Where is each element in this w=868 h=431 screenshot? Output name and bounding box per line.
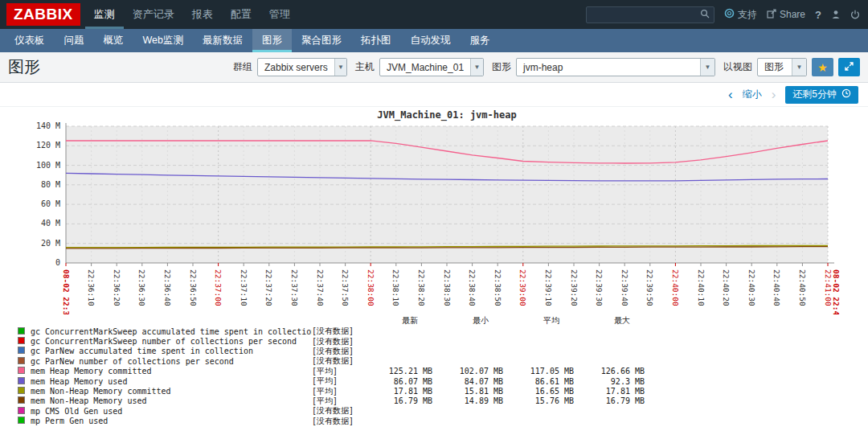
svg-text:22:40:00: 22:40:00 <box>671 269 680 306</box>
svg-text:22:40:20: 22:40:20 <box>722 269 731 306</box>
graph-select-value: jvm-heap <box>517 62 700 73</box>
zoom-out-link[interactable]: 缩小 <box>743 88 762 101</box>
legend-item-label: gc ConcurrentMarkSweep number of collect… <box>31 337 312 346</box>
jvm-heap-graph[interactable]: 020 M40 M60 M80 M100 M120 M140 M08-02 22… <box>8 109 857 314</box>
legend-item-label: gc ConcurrentMarkSweep accumulated time … <box>31 327 312 336</box>
legend-item-label: gc ParNew number of collections per seco… <box>31 357 312 366</box>
favourite-button[interactable]: ★ <box>812 58 833 76</box>
svg-text:22:39:10: 22:39:10 <box>544 269 553 306</box>
legend-column-header: 平均 <box>516 315 587 326</box>
graph-select[interactable]: jvm-heap ▼ <box>516 58 715 76</box>
chevron-down-icon: ▼ <box>334 59 346 76</box>
legend-item-label: mem Non-Heap Memory committed <box>31 387 312 396</box>
legend-color-swatch <box>18 347 25 354</box>
refresh-countdown-button[interactable]: 还剩5分钟 <box>785 86 858 104</box>
sub-nav-item[interactable]: 概览 <box>94 29 133 52</box>
legend-row: gc ParNew number of collections per seco… <box>18 356 860 366</box>
search-input[interactable] <box>587 9 700 20</box>
user-profile-icon[interactable] <box>831 10 841 19</box>
legend-color-swatch <box>18 387 25 394</box>
svg-text:80 M: 80 M <box>41 180 60 189</box>
legend-item-value: 15.81 MB <box>445 387 516 396</box>
svg-text:08-02 22:41: 08-02 22:41 <box>832 269 841 314</box>
sub-nav-item[interactable]: 问题 <box>55 29 94 52</box>
sub-nav-item[interactable]: 仪表板 <box>5 29 55 52</box>
legend-item-value: 16.79 MB <box>375 396 445 405</box>
sub-nav-item[interactable]: Web监测 <box>133 29 193 52</box>
filter-bar: 群组 Zabbix servers ▼ 主机 JVM_Machine_01 ▼ … <box>230 58 860 76</box>
main-nav-item[interactable]: 配置 <box>222 0 260 29</box>
chart-panel: 020 M40 M60 M80 M100 M120 M140 M08-02 22… <box>0 107 868 426</box>
graph-filter-label: 图形 <box>492 60 511 74</box>
main-nav-item[interactable]: 监测 <box>85 0 124 29</box>
svg-text:22:37:40: 22:37:40 <box>316 269 325 306</box>
star-icon: ★ <box>817 62 828 73</box>
legend-item-value: 102.07 MB <box>445 367 516 376</box>
legend-item-value: 16.65 MB <box>516 387 587 396</box>
svg-text:22:39:00: 22:39:00 <box>518 269 527 306</box>
sub-nav-item[interactable]: 聚合图形 <box>292 29 351 52</box>
sub-nav-item[interactable]: 拓扑图 <box>351 29 401 52</box>
svg-text:22:37:30: 22:37:30 <box>290 269 299 306</box>
svg-text:140 M: 140 M <box>36 121 60 130</box>
svg-text:22:38:40: 22:38:40 <box>468 269 477 306</box>
svg-text:100 M: 100 M <box>36 161 60 170</box>
main-nav: 监测资产记录报表配置管理 <box>85 0 299 29</box>
legend-item-label: mp Perm Gen used <box>31 417 312 425</box>
support-lifering-icon <box>724 8 735 21</box>
sub-nav-item[interactable]: 自动发现 <box>400 29 460 52</box>
share-link[interactable]: Share <box>767 9 805 21</box>
legend-row: mp CMS Old Gen used[没有数据] <box>18 406 860 416</box>
search-icon[interactable] <box>700 7 710 22</box>
sub-nav-item[interactable]: 最新数据 <box>193 29 252 52</box>
graph-legend: 最新最小平均最大gc ConcurrentMarkSweep accumulat… <box>18 315 860 426</box>
host-select[interactable]: JVM_Machine_01 ▼ <box>379 58 484 76</box>
legend-column-header: 最新 <box>375 315 445 326</box>
page-header: 图形 群组 Zabbix servers ▼ 主机 JVM_Machine_01… <box>0 52 868 83</box>
group-select-value: Zabbix servers <box>258 62 334 73</box>
legend-color-swatch <box>18 377 25 384</box>
main-nav-item[interactable]: 管理 <box>260 0 299 29</box>
fullscreen-button[interactable] <box>838 58 860 76</box>
top-right-tools: 支持 Share ? <box>586 6 860 23</box>
svg-text:22:39:40: 22:39:40 <box>620 269 629 306</box>
legend-color-swatch <box>18 417 25 424</box>
svg-text:22:38:30: 22:38:30 <box>443 269 452 306</box>
svg-text:22:36:40: 22:36:40 <box>163 269 172 306</box>
sub-nav-item[interactable]: 图形 <box>252 29 292 52</box>
zabbix-logo[interactable]: ZABBIX <box>6 3 80 26</box>
svg-text:22:40:10: 22:40:10 <box>697 269 706 306</box>
legend-item-value: 125.21 MB <box>375 367 445 376</box>
svg-text:22:37:50: 22:37:50 <box>341 269 350 306</box>
legend-color-swatch <box>18 327 25 335</box>
share-label: Share <box>780 9 805 20</box>
view-as-select[interactable]: 图形 ▼ <box>757 58 807 76</box>
legend-item-label: mem Heap Memory used <box>31 377 312 386</box>
signout-icon[interactable] <box>850 10 860 19</box>
svg-text:22:39:20: 22:39:20 <box>570 269 579 306</box>
top-bar: ZABBIX 监测资产记录报表配置管理 支持 Share ? <box>0 0 868 29</box>
legend-item-label: gc ParNew accumulated time spent in coll… <box>31 347 312 355</box>
legend-item-value: 86.07 MB <box>375 377 445 386</box>
svg-text:22:41:00: 22:41:00 <box>824 269 833 306</box>
share-icon <box>767 9 776 21</box>
legend-item-value: 16.79 MB <box>587 396 657 405</box>
time-back-arrow[interactable]: ‹ <box>728 88 733 101</box>
sub-nav-item[interactable]: 服务 <box>460 29 499 52</box>
svg-text:20 M: 20 M <box>41 239 60 248</box>
legend-item-value: 117.05 MB <box>516 367 587 376</box>
legend-color-swatch <box>18 407 25 414</box>
svg-text:0: 0 <box>55 258 60 267</box>
legend-color-swatch <box>18 396 25 404</box>
legend-item-value: 17.81 MB <box>375 387 445 396</box>
main-nav-item[interactable]: 报表 <box>183 0 222 29</box>
main-nav-item[interactable]: 资产记录 <box>124 0 183 29</box>
group-filter-label: 群组 <box>233 60 252 74</box>
legend-item-value: 86.61 MB <box>516 377 587 386</box>
svg-text:22:39:50: 22:39:50 <box>645 269 654 306</box>
help-link[interactable]: ? <box>815 9 821 21</box>
legend-item-value: 84.07 MB <box>445 377 516 386</box>
support-link[interactable]: 支持 <box>724 8 757 22</box>
group-select[interactable]: Zabbix servers ▼ <box>257 58 347 76</box>
legend-column-header: 最大 <box>587 315 657 326</box>
